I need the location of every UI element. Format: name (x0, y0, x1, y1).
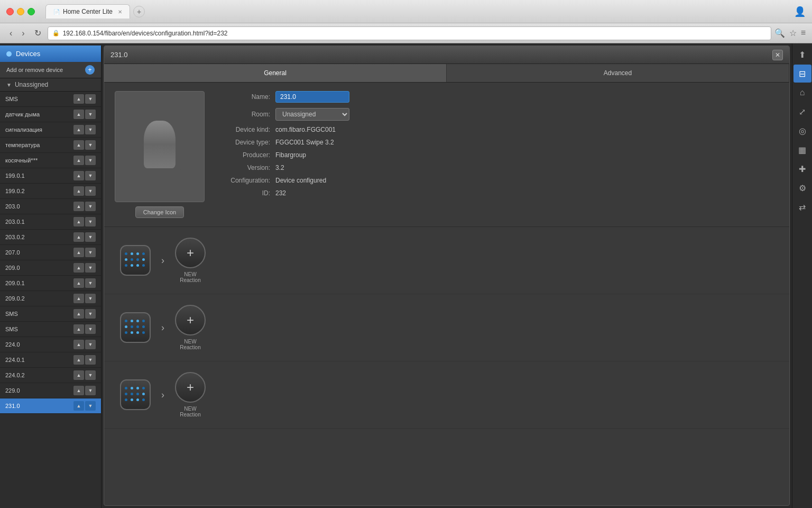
sidebar-up-icon[interactable]: ⬆ (793, 46, 811, 64)
device-list-item[interactable]: 209.0.2 ▲ ▼ (0, 291, 101, 306)
device-arrow-down[interactable]: ▼ (85, 156, 96, 165)
device-arrow-up[interactable]: ▲ (73, 110, 84, 119)
device-arrow-down[interactable]: ▼ (85, 125, 96, 134)
device-arrow-up[interactable]: ▲ (73, 263, 84, 273)
device-arrow-up[interactable]: ▲ (73, 140, 84, 150)
device-arrow-down[interactable]: ▼ (85, 370, 96, 380)
device-arrow-down[interactable]: ▼ (85, 340, 96, 349)
device-list-item[interactable]: температура ▲ ▼ (0, 138, 101, 153)
device-arrow-down[interactable]: ▼ (85, 94, 96, 104)
device-arrow-down[interactable]: ▼ (85, 355, 96, 365)
device-list-item[interactable]: 209.0.1 ▲ ▼ (0, 276, 101, 291)
device-list-item[interactable]: 199.0.1 ▲ ▼ (0, 168, 101, 184)
browser-tab[interactable]: 📄 Home Center Lite ✕ (45, 4, 130, 19)
forward-button[interactable]: › (19, 26, 27, 40)
device-list-item[interactable]: сигнализация ▲ ▼ (0, 122, 101, 138)
device-arrow-up[interactable]: ▲ (73, 186, 84, 196)
tab-title: Home Center Lite (63, 8, 113, 15)
sidebar-list-icon[interactable]: ⊟ (793, 65, 811, 83)
sidebar-settings-icon[interactable]: ⚙ (793, 179, 811, 197)
sidebar-arrows-icon[interactable]: ⇄ (793, 198, 811, 216)
new-reaction-button[interactable]: + (175, 238, 206, 268)
maximize-button[interactable] (27, 8, 35, 15)
device-list-item[interactable]: 209.0 ▲ ▼ (0, 260, 101, 276)
title-bar: 📄 Home Center Lite ✕ + 👤 (0, 0, 812, 23)
device-list-item[interactable]: SMS ▲ ▼ (0, 322, 101, 337)
menu-icon[interactable]: ≡ (801, 28, 806, 38)
sidebar-grid-icon[interactable]: ▦ (793, 141, 811, 159)
sidebar-expand-icon[interactable]: ⤢ (793, 103, 811, 121)
device-arrow-down[interactable]: ▼ (85, 263, 96, 273)
device-list-item[interactable]: 203.0.1 ▲ ▼ (0, 214, 101, 230)
device-list-item[interactable]: SMS ▲ ▼ (0, 306, 101, 322)
device-arrow-down[interactable]: ▼ (85, 171, 96, 180)
tab-close-button[interactable]: ✕ (118, 9, 122, 15)
minimize-button[interactable] (17, 8, 24, 15)
new-reaction-button[interactable]: + (175, 305, 206, 335)
device-arrow-down[interactable]: ▼ (85, 232, 96, 242)
device-arrow-down[interactable]: ▼ (85, 186, 96, 196)
device-arrow-up[interactable]: ▲ (73, 156, 84, 165)
device-arrow-down[interactable]: ▼ (85, 401, 96, 411)
device-arrow-up[interactable]: ▲ (73, 294, 84, 303)
device-list-item[interactable]: 224.0.1 ▲ ▼ (0, 352, 101, 368)
device-list-item[interactable]: датчик дыма ▲ ▼ (0, 107, 101, 122)
device-list-item[interactable]: 231.0 ▲ ▼ (0, 398, 101, 414)
device-list-item[interactable]: 203.0 ▲ ▼ (0, 199, 101, 214)
device-list-item[interactable]: 199.0.2 ▲ ▼ (0, 184, 101, 199)
tab-general[interactable]: General (104, 64, 447, 82)
add-device-button[interactable]: + (85, 65, 95, 75)
device-arrow-up[interactable]: ▲ (73, 386, 84, 395)
new-reaction-button[interactable]: + (175, 372, 206, 403)
device-list-item[interactable]: 203.0.2 ▲ ▼ (0, 230, 101, 245)
sidebar-home-icon[interactable]: ⌂ (793, 84, 811, 102)
tab-advanced[interactable]: Advanced (447, 64, 789, 82)
device-list-item[interactable]: 224.0 ▲ ▼ (0, 337, 101, 352)
device-arrow-up[interactable]: ▲ (73, 324, 84, 334)
address-bar[interactable]: 🔒 192.168.0.154/fibaro/en/devices/config… (48, 26, 771, 40)
device-list-item[interactable]: косячный*** ▲ ▼ (0, 153, 101, 168)
device-arrow-down[interactable]: ▼ (85, 309, 96, 319)
device-arrow-up[interactable]: ▲ (73, 171, 84, 180)
device-arrow-down[interactable]: ▼ (85, 324, 96, 334)
sidebar-target-icon[interactable]: ◎ (793, 122, 811, 140)
device-arrow-up[interactable]: ▲ (73, 94, 84, 104)
device-list-item[interactable]: 224.0.2 ▲ ▼ (0, 368, 101, 383)
device-arrow-up[interactable]: ▲ (73, 309, 84, 319)
device-arrow-up[interactable]: ▲ (73, 248, 84, 257)
device-name: 203.0 (5, 203, 73, 210)
device-arrow-down[interactable]: ▼ (85, 278, 96, 288)
device-arrow-up[interactable]: ▲ (73, 217, 84, 226)
device-arrow-up[interactable]: ▲ (73, 370, 84, 380)
back-button[interactable]: ‹ (6, 26, 15, 40)
device-arrow-up[interactable]: ▲ (73, 232, 84, 242)
room-select[interactable]: Unassigned (275, 108, 349, 121)
sidebar-plus-icon[interactable]: ✚ (793, 160, 811, 178)
dots-grid (125, 320, 146, 335)
search-icon[interactable]: 🔍 (774, 28, 785, 38)
device-arrow-down[interactable]: ▼ (85, 386, 96, 395)
device-list-item[interactable]: SMS ▲ ▼ (0, 92, 101, 107)
device-arrow-down[interactable]: ▼ (85, 202, 96, 211)
close-button[interactable] (6, 8, 14, 15)
device-list-item[interactable]: 229.0 ▲ ▼ (0, 383, 101, 398)
device-arrow-up[interactable]: ▲ (73, 340, 84, 349)
change-icon-button[interactable]: Change Icon (135, 206, 184, 218)
config-close-button[interactable]: ✕ (772, 50, 783, 60)
refresh-button[interactable]: ↻ (31, 26, 44, 40)
device-list-item[interactable]: 207.0 ▲ ▼ (0, 245, 101, 260)
unassigned-arrow: ▼ (6, 82, 12, 88)
new-tab-button[interactable]: + (133, 6, 145, 17)
device-arrow-up[interactable]: ▲ (73, 355, 84, 365)
name-input[interactable] (275, 91, 349, 103)
device-arrow-down[interactable]: ▼ (85, 217, 96, 226)
device-arrow-up[interactable]: ▲ (73, 202, 84, 211)
device-arrow-up[interactable]: ▲ (73, 125, 84, 134)
device-arrow-down[interactable]: ▼ (85, 248, 96, 257)
device-arrow-down[interactable]: ▼ (85, 140, 96, 150)
device-arrow-down[interactable]: ▼ (85, 294, 96, 303)
device-arrow-up[interactable]: ▲ (73, 278, 84, 288)
bookmark-icon[interactable]: ☆ (789, 28, 797, 38)
device-arrow-down[interactable]: ▼ (85, 110, 96, 119)
device-arrow-up[interactable]: ▲ (73, 401, 84, 411)
